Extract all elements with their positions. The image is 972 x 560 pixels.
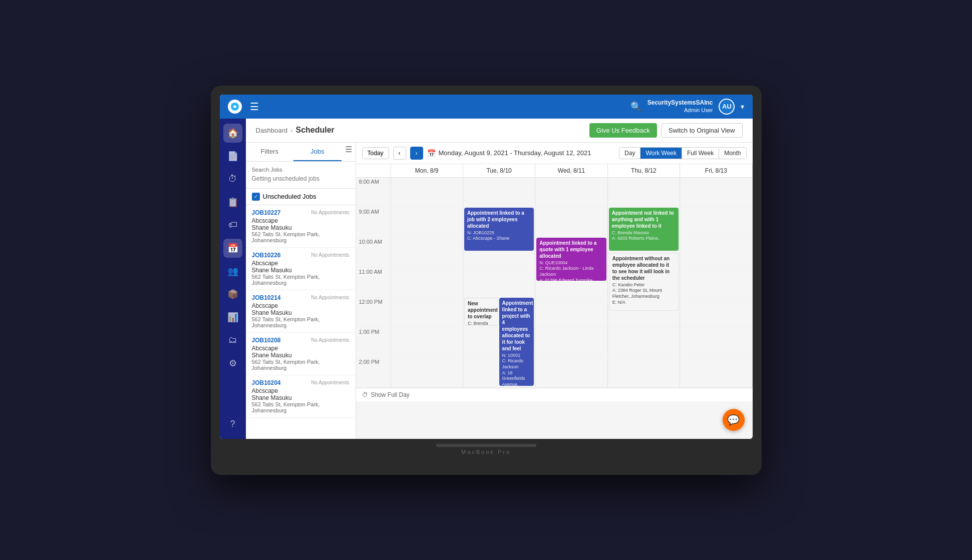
- job-item-job10214[interactable]: JOB10214 No Appointments Abcscape Shane …: [246, 290, 356, 333]
- job-item-job10227[interactable]: JOB10227 No Appointments Abcscape Shane …: [246, 205, 356, 248]
- appointment-appt2[interactable]: Appointment linked to a quote with 1 emp…: [536, 238, 606, 281]
- chevron-down-icon[interactable]: ▾: [741, 103, 744, 111]
- day-slot: [680, 328, 752, 358]
- time-slot: 12:00 PM: [356, 298, 391, 328]
- day-col-tue--8-10: Appointment linked to a job with 2 emplo…: [463, 178, 535, 388]
- sidebar-item-documents[interactable]: 📄: [223, 147, 242, 166]
- time-column: 8:00 AM9:00 AM10:00 AM11:00 AM12:00 PM1:…: [356, 178, 391, 388]
- breadcrumb-parent[interactable]: Dashboard: [256, 127, 288, 134]
- day-slot: [608, 178, 680, 208]
- view-btn-work-week[interactable]: Work Week: [640, 148, 682, 159]
- sidebar-item-settings[interactable]: ⚙: [223, 354, 242, 373]
- day-slot: [680, 178, 752, 208]
- job-badge: No Appointments: [311, 295, 349, 300]
- day-slot: [680, 238, 752, 268]
- header-actions: Give Us Feedback Switch to Original View: [589, 123, 743, 138]
- job-badge: No Appointments: [311, 210, 349, 215]
- avatar[interactable]: AU: [719, 99, 735, 115]
- appointment-appt6[interactable]: Appointment linked to a project with 4 e…: [499, 298, 534, 386]
- user-info: SecuritySystemsSAInc Admin User: [647, 99, 713, 114]
- time-slot: 11:00 AM: [356, 268, 391, 298]
- job-item-job10226[interactable]: JOB10226 No Appointments Abcscape Shane …: [246, 248, 356, 290]
- job-id: JOB10204: [252, 379, 281, 386]
- job-badge: No Appointments: [311, 252, 349, 258]
- day-slot: [535, 208, 607, 238]
- sidebar-item-clock[interactable]: ⏱: [223, 170, 242, 189]
- calendar-body: 8:00 AM9:00 AM10:00 AM11:00 AM12:00 PM1:…: [356, 178, 753, 388]
- day-slot: [680, 268, 752, 298]
- show-full-day-bar[interactable]: ⏱ Show Full Day: [356, 388, 753, 401]
- sidebar-item-people[interactable]: 👥: [223, 262, 242, 281]
- search-jobs-label: Search Jobs: [252, 167, 350, 173]
- job-person: Shane Masuku: [252, 309, 350, 316]
- job-list: JOB10227 No Appointments Abcscape Shane …: [246, 205, 356, 439]
- feedback-button[interactable]: Give Us Feedback: [589, 123, 657, 138]
- job-company: Abcscape: [252, 387, 350, 394]
- job-item-job10208[interactable]: JOB10208 No Appointments Abcscape Shane …: [246, 333, 356, 375]
- top-bar: ☰ 🔍 SecuritySystemsSAInc Admin User AU ▾: [220, 95, 753, 119]
- job-company: Abcscape: [252, 260, 350, 267]
- next-button[interactable]: ›: [410, 147, 423, 160]
- sidebar-item-tag[interactable]: 🏷: [223, 216, 242, 235]
- job-id: JOB10214: [252, 294, 281, 301]
- clock-icon: ⏱: [362, 391, 368, 398]
- checkbox-icon: [252, 193, 260, 201]
- appointment-appt3[interactable]: Appointment not linked to anything and w…: [609, 208, 679, 251]
- sidebar-item-files[interactable]: 🗂: [223, 331, 242, 350]
- appointment-appt1[interactable]: Appointment linked to a job with 2 emplo…: [464, 208, 534, 251]
- job-address: 562 Taits St, Kempton Park, Johannesburg: [252, 359, 350, 371]
- tab-filters[interactable]: Filters: [246, 143, 294, 161]
- sidebar-item-chart[interactable]: 📊: [223, 308, 242, 327]
- day-col-fri--8-13: [680, 178, 752, 388]
- sidebar-item-home[interactable]: 🏠: [223, 124, 242, 143]
- view-btn-full-week[interactable]: Full Week: [682, 148, 719, 159]
- day-col-wed--8-11: Appointment linked to a quote with 1 emp…: [535, 178, 607, 388]
- breadcrumb: Dashboard › Scheduler: [256, 126, 335, 135]
- search-input[interactable]: [252, 174, 350, 183]
- prev-button[interactable]: ‹: [393, 147, 406, 160]
- day-slot: [391, 178, 463, 208]
- scheduler-body: Filters Jobs ☰ Search Jobs Unscheduled J…: [246, 143, 753, 439]
- appointment-appt4[interactable]: Appointment without an employee allocate…: [609, 253, 679, 311]
- today-button[interactable]: Today: [362, 147, 389, 159]
- panel-menu-icon[interactable]: ☰: [342, 143, 356, 157]
- job-item-job10204[interactable]: JOB10204 No Appointments Abcscape Shane …: [246, 375, 356, 418]
- sidebar: 🏠 📄 ⏱ 📋 🏷 📅 👥 📦 📊 🗂 ⚙ ?: [220, 119, 246, 439]
- user-role: Admin User: [647, 107, 713, 114]
- search-icon[interactable]: 🔍: [630, 101, 641, 112]
- laptop-model: MacBook Pro: [220, 449, 753, 455]
- hamburger-menu[interactable]: ☰: [250, 101, 259, 113]
- day-slot: [391, 208, 463, 238]
- time-slot: 9:00 AM: [356, 208, 391, 238]
- appointment-appt5[interactable]: New appointment to overlapC: Brenda Mavu…: [464, 298, 499, 326]
- job-id: JOB10226: [252, 252, 281, 259]
- day-header-mon: Mon, 8/9: [391, 164, 463, 177]
- switch-view-button[interactable]: Switch to Original View: [661, 123, 743, 138]
- view-btn-month[interactable]: Month: [719, 148, 746, 159]
- day-slot: [463, 178, 535, 208]
- unscheduled-jobs-checkbox[interactable]: Unscheduled Jobs: [246, 189, 356, 205]
- job-address: 562 Taits St, Kempton Park, Johannesburg: [252, 231, 350, 243]
- day-header-wed: Wed, 8/11: [535, 164, 607, 177]
- content-area: Dashboard › Scheduler Give Us Feedback S…: [246, 119, 753, 439]
- sidebar-item-help[interactable]: ?: [223, 415, 242, 434]
- calendar-toolbar: Today ‹ › 📅 Monday, August 9, 2021 - Thu…: [356, 143, 753, 164]
- company-name: SecuritySystemsSAInc: [647, 99, 713, 107]
- time-slot: 1:00 PM: [356, 328, 391, 358]
- day-slot: [391, 298, 463, 328]
- day-header-tue: Tue, 8/10: [463, 164, 535, 177]
- sidebar-item-clipboard[interactable]: 📋: [223, 193, 242, 212]
- job-id: JOB10227: [252, 209, 281, 216]
- job-address: 562 Taits St, Kempton Park, Johannesburg: [252, 316, 350, 328]
- job-person: Shane Masuku: [252, 352, 350, 359]
- sidebar-item-box[interactable]: 📦: [223, 285, 242, 304]
- sidebar-item-calendar[interactable]: 📅: [223, 239, 242, 258]
- calendar-area: Today ‹ › 📅 Monday, August 9, 2021 - Thu…: [356, 143, 753, 439]
- page-title: Scheduler: [295, 126, 334, 135]
- day-slot: [608, 358, 680, 388]
- calendar-icon: 📅: [427, 149, 436, 157]
- tab-jobs[interactable]: Jobs: [293, 143, 342, 161]
- view-btn-day[interactable]: Day: [619, 148, 640, 159]
- chat-button[interactable]: 💬: [723, 409, 745, 431]
- job-company: Abcscape: [252, 217, 350, 224]
